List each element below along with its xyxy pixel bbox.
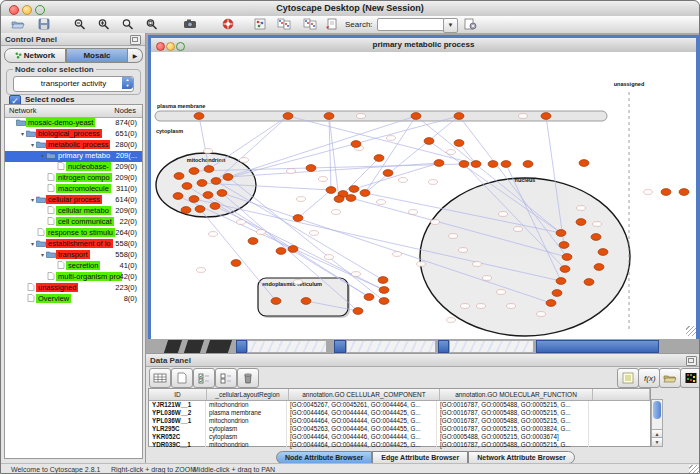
minimized-window[interactable] xyxy=(438,340,449,353)
data-panel: Data Panel f(x) ID_cellularLayoutRegiona… xyxy=(146,353,700,463)
new-attribute-icon[interactable] xyxy=(171,368,193,388)
save-icon[interactable] xyxy=(35,17,53,31)
delete-attribute-icon[interactable] xyxy=(237,368,259,388)
tree-item-multi-organism-pro[interactable]: multi-organism pro42(0) xyxy=(5,272,142,283)
tab-overflow-button[interactable]: ▶ xyxy=(128,48,143,63)
tab-network[interactable]: Network xyxy=(4,48,66,63)
tree-item-secretion[interactable]: secretion41(0) xyxy=(5,261,142,272)
disclosure-triangle-icon[interactable]: ▾ xyxy=(29,240,36,247)
table-row[interactable]: YLR295Ccytoplasm[GO:0045263, GO:0044464,… xyxy=(149,425,650,433)
tree-item-cell-communicat[interactable]: cell communicat22(0) xyxy=(5,217,142,228)
minimized-window[interactable] xyxy=(346,340,436,353)
float-panel-icon[interactable] xyxy=(130,35,141,45)
tree-item-overview[interactable]: Overview8(0) xyxy=(5,294,142,305)
table-row[interactable]: YJR121W__1mitochondrion[GO:0045267, GO:0… xyxy=(149,401,650,409)
status-pan-hint: Middle-click + drag to PAN xyxy=(193,466,275,473)
disclosure-triangle-icon[interactable]: ▾ xyxy=(19,130,26,137)
copy-network-icon[interactable] xyxy=(275,17,293,31)
copy-network-style-icon[interactable] xyxy=(301,17,319,31)
tree-item-macromolecule[interactable]: macromolecule311(0) xyxy=(5,184,142,195)
tree-item-nucleobase-[interactable]: nucleobase-209(0) xyxy=(5,162,142,173)
folder-icon xyxy=(36,140,46,149)
table-row[interactable]: YDR039C__1mitochondrion[GO:0044464, GO:0… xyxy=(149,441,650,449)
attribute-table-icon[interactable] xyxy=(149,368,171,388)
network-tree: mosaic-demo-yeast874(0)▾biological_proce… xyxy=(5,118,142,305)
scroll-down-button[interactable]: ▼ xyxy=(652,437,662,446)
tree-item-unassigned[interactable]: unassigned223(0) xyxy=(5,283,142,294)
tree-item-label: macromolecule xyxy=(56,184,111,193)
tree-item-mosaic-demo-yeast[interactable]: mosaic-demo-yeast874(0) xyxy=(5,118,142,129)
node-color-dropdown[interactable]: transporter activity ▲▼ xyxy=(13,76,134,92)
vizmapper-icon[interactable] xyxy=(251,17,269,31)
table-cell: [GO:0005488, GO:0005215, GO:0003674] xyxy=(437,433,589,441)
tree-header[interactable]: Network Nodes xyxy=(5,105,142,118)
column-header-2[interactable]: annotation.GO CELLULAR_COMPONENT xyxy=(289,389,440,400)
search-input[interactable] xyxy=(377,18,445,31)
table-scrollbar[interactable]: ▲ ▼ xyxy=(651,399,663,447)
tree-item-label: transport xyxy=(56,250,90,259)
search-config-icon[interactable] xyxy=(461,17,479,31)
import-attributes-icon[interactable] xyxy=(659,368,681,388)
minimized-window[interactable] xyxy=(247,340,327,353)
scrollbar-thumb[interactable] xyxy=(653,401,661,419)
tree-item-response-to-stimulu[interactable]: response to stimulu264(0) xyxy=(5,228,142,239)
search-dropdown-button[interactable]: ▼ xyxy=(443,18,458,33)
minimized-window[interactable] xyxy=(164,340,182,353)
zoom-selected-icon[interactable] xyxy=(119,17,137,31)
minimized-window[interactable] xyxy=(184,340,204,353)
tree-item-count: 42(0) xyxy=(119,272,137,281)
tab-mosaic[interactable]: Mosaic xyxy=(66,48,128,63)
float-panel-icon[interactable] xyxy=(686,356,697,366)
network-view-window[interactable]: primary metabolic process plasma membran… xyxy=(148,35,699,339)
window-resize-grip-icon[interactable] xyxy=(689,465,699,474)
tree-item-cellular-metabo[interactable]: cellular metabo209(0) xyxy=(5,206,142,217)
table-row[interactable]: YKR052Ccytoplasm[GO:0044464, GO:0044446,… xyxy=(149,433,650,441)
tree-col-network[interactable]: Network xyxy=(9,106,37,115)
window-titlebar[interactable]: Cytoscape Desktop (New Session) xyxy=(1,1,699,17)
attribute-matrix-icon[interactable] xyxy=(680,368,700,388)
column-header-3[interactable]: annotation.GO MOLECULAR_FUNCTION xyxy=(440,389,593,400)
disclosure-triangle-icon[interactable]: ▾ xyxy=(39,251,46,258)
select-attributes-icon[interactable] xyxy=(193,368,215,388)
minimized-window[interactable] xyxy=(536,340,659,353)
tree-item-count: 22(0) xyxy=(119,217,137,226)
resize-grip-icon[interactable] xyxy=(686,326,696,336)
snapshot-camera-icon[interactable] xyxy=(181,17,199,31)
tree-item-biological-process[interactable]: ▾biological_process651(0) xyxy=(5,129,142,140)
tree-item-count: 558(0) xyxy=(115,239,137,248)
network-leaf-icon xyxy=(46,206,56,215)
disclosure-triangle-icon[interactable]: ▾ xyxy=(29,141,36,148)
tree-item-nitrogen-compo[interactable]: nitrogen compo209(0) xyxy=(5,173,142,184)
zoom-fit-icon[interactable] xyxy=(143,17,161,31)
stepper-icon[interactable]: ▲▼ xyxy=(122,77,133,89)
tree-col-nodes[interactable]: Nodes xyxy=(114,106,136,115)
unselect-attributes-icon[interactable] xyxy=(215,368,237,388)
function-builder-icon[interactable]: f(x) xyxy=(638,368,660,388)
table-row[interactable]: YPL036W__1mitochondrion[GO:0044464, GO:0… xyxy=(149,417,650,425)
tree-item-cellular-process[interactable]: ▾cellular process614(0) xyxy=(5,195,142,206)
help-lifering-icon[interactable] xyxy=(219,17,237,31)
table-row[interactable]: YPL036W__2plasma membrane[GO:0044464, GO… xyxy=(149,409,650,417)
minimized-window[interactable] xyxy=(206,340,232,353)
tree-item-establishment-of-lo[interactable]: ▾establishment of lo558(0) xyxy=(5,239,142,250)
tree-item-transport[interactable]: ▾transport558(0) xyxy=(5,250,142,261)
control-panel-tabs: NetworkMosaic▶ xyxy=(4,48,143,63)
minimized-window[interactable] xyxy=(236,340,247,353)
network-canvas[interactable]: plasma membranemitochondrionnucleusendop… xyxy=(151,52,696,339)
disclosure-triangle-icon[interactable]: ▾ xyxy=(39,152,46,159)
minimized-window[interactable] xyxy=(334,340,346,353)
dropdown-value: transporter activity xyxy=(41,79,106,88)
zoom-out-icon[interactable] xyxy=(71,17,89,31)
column-header-0[interactable]: ID xyxy=(149,389,207,400)
disclosure-triangle-icon[interactable]: ▾ xyxy=(29,196,36,203)
attribute-editor-icon[interactable] xyxy=(617,368,639,388)
tree-item-metabolic-process[interactable]: ▾metabolic process280(0) xyxy=(5,140,142,151)
annotation-icon[interactable] xyxy=(323,17,341,31)
column-header-1[interactable]: _cellularLayoutRegion xyxy=(207,389,289,400)
open-folder-icon[interactable] xyxy=(9,17,27,31)
tree-item-primary-metabo[interactable]: ▾primary metabo209(... xyxy=(5,151,142,162)
network-window-titlebar[interactable]: primary metabolic process xyxy=(151,38,696,53)
attribute-table-header[interactable]: ID_cellularLayoutRegionannotation.GO CEL… xyxy=(149,389,650,401)
minimized-window[interactable] xyxy=(449,340,534,353)
zoom-in-icon[interactable] xyxy=(95,17,113,31)
